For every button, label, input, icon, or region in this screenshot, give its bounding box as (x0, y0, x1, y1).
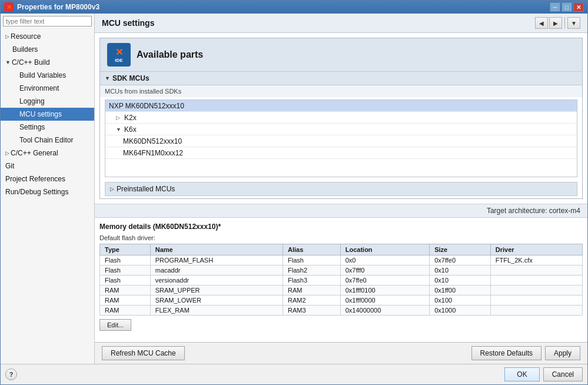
parts-tree: NXP MK60DN512xxx10 ▷ K2x ▼ K6x (105, 99, 577, 177)
parts-tree-row-mk60[interactable]: MK60DN512xxx10 (105, 135, 577, 147)
preinstalled-section: ▷ Preinstalled MCUs (105, 182, 577, 196)
sidebar-item-label: Build Variables (19, 71, 66, 79)
cell-name: macaddr (150, 265, 283, 276)
cell-name: FLEX_RAM (150, 306, 283, 316)
parts-tree-row-k2x[interactable]: ▷ K2x (105, 112, 577, 124)
ok-button[interactable]: OK (504, 367, 539, 381)
cell-location: 0x7ffe0 (340, 276, 429, 286)
nav-back-button[interactable]: ◀ (535, 17, 548, 29)
nav-separator (564, 17, 565, 29)
window-icon: ✕ (4, 2, 14, 12)
cell-size: 0x1000 (430, 306, 491, 316)
nav-buttons: ◀ ▶ ▼ (535, 17, 580, 29)
minimize-button[interactable]: ─ (550, 2, 560, 12)
sidebar-item-ccpp-build[interactable]: ▼ C/C++ Build (1, 56, 94, 69)
tree-area: ▷ Resource Builders ▼ C/C++ Build Build … (1, 29, 94, 364)
memory-details-section: Memory details (MK60DN512xxx10)* Default… (99, 220, 583, 334)
sidebar: ▷ Resource Builders ▼ C/C++ Build Build … (1, 14, 95, 364)
logo-x: ✕ (115, 47, 123, 58)
sidebar-item-label: Git (5, 162, 14, 170)
sidebar-item-run-debug[interactable]: Run/Debug Settings (1, 185, 94, 198)
parts-tree-row-mk64[interactable]: MK64FN1M0xxx12 (105, 147, 577, 159)
sidebar-item-label: C/C++ General (11, 148, 58, 158)
target-arch-label: Target architecture: (487, 207, 547, 215)
panel-body: ✕ IDE Available parts ▼ SDK MCUs MCUs fr… (95, 33, 587, 342)
sidebar-item-ccpp-general[interactable]: ▷ C/C++ General (1, 147, 94, 160)
cell-alias: RAM2 (283, 296, 341, 306)
cell-size: 0x10 (430, 276, 491, 286)
panel-title: MCU settings (102, 18, 154, 28)
sidebar-item-project-references[interactable]: Project References (1, 172, 94, 185)
sdk-section: ▼ SDK MCUs MCUs from installed SDKs NXP … (100, 71, 582, 177)
memory-table: Type Name Alias Location Size Driver Fla… (99, 244, 583, 316)
table-row: RAMSRAM_LOWERRAM20x1fff00000x100 (100, 296, 583, 306)
available-parts-section: ✕ IDE Available parts ▼ SDK MCUs MCUs fr… (99, 38, 583, 199)
edit-button[interactable]: Edit... (99, 319, 131, 331)
cell-location: 0x1fff0000 (340, 296, 429, 306)
nav-dropdown-button[interactable]: ▼ (567, 17, 580, 29)
parts-tree-row-nxp[interactable]: NXP MK60DN512xxx10 (105, 100, 577, 112)
cell-type: RAM (100, 286, 151, 296)
window-title: Properties for MP8000v3 (17, 3, 550, 11)
cell-location: 0x7fff0 (340, 265, 429, 276)
sidebar-item-label: Run/Debug Settings (5, 188, 68, 196)
cell-location: 0x0 (340, 255, 429, 265)
sidebar-item-build-variables[interactable]: Build Variables (1, 69, 94, 82)
sdk-collapse-arrow: ▼ (105, 75, 110, 81)
help-button[interactable]: ? (5, 369, 17, 380)
filter-input[interactable] (3, 16, 92, 26)
cell-size: 0x10 (430, 265, 491, 276)
cell-alias: Flash2 (283, 265, 341, 276)
sidebar-item-label: Resource (11, 31, 41, 42)
sidebar-item-git[interactable]: Git (1, 160, 94, 172)
cell-type: Flash (100, 276, 151, 286)
parts-expand-arrow: ▼ (116, 127, 122, 132)
expand-arrow: ▷ (5, 31, 9, 42)
col-location: Location (340, 244, 429, 255)
cell-alias: Flash (283, 255, 341, 265)
close-button[interactable]: ✕ (573, 2, 584, 12)
cell-size: 0x100 (430, 296, 491, 306)
restore-defaults-button[interactable]: Restore Defaults (471, 346, 542, 360)
sidebar-item-logging[interactable]: Logging (1, 95, 94, 108)
cancel-button[interactable]: Cancel (543, 367, 583, 381)
apply-button[interactable]: Apply (545, 346, 580, 360)
sdk-header[interactable]: ▼ SDK MCUs (100, 71, 582, 85)
bottom-action-bar: Refresh MCU Cache Restore Defaults Apply (95, 342, 587, 364)
table-row: FlashPROGRAM_FLASHFlash0x00x7ffe0FTFL_2K… (100, 255, 583, 265)
body-area: ▷ Resource Builders ▼ C/C++ Build Build … (1, 14, 587, 364)
sidebar-item-label: C/C++ Build (12, 57, 50, 68)
preinstalled-header[interactable]: ▷ Preinstalled MCUs (105, 182, 577, 196)
dialog-bottom-bar: ? OK Cancel (1, 364, 587, 384)
sidebar-item-settings[interactable]: Settings (1, 121, 94, 134)
ok-cancel-group: OK Cancel (504, 367, 583, 381)
refresh-mcu-cache-button[interactable]: Refresh MCU Cache (102, 346, 185, 360)
sidebar-item-builders[interactable]: Builders (1, 43, 94, 56)
col-alias: Alias (283, 244, 341, 255)
cell-driver (490, 265, 582, 276)
cell-alias: RAM3 (283, 306, 341, 316)
cell-driver (490, 306, 582, 316)
cell-size: 0x7ffe0 (430, 255, 491, 265)
ide-logo: ✕ IDE (107, 43, 131, 67)
sidebar-item-label: Settings (19, 123, 45, 131)
sidebar-item-label: MCU settings (19, 110, 62, 118)
sidebar-item-tool-chain-editor[interactable]: Tool Chain Editor (1, 134, 94, 147)
col-driver: Driver (490, 244, 582, 255)
maximize-button[interactable]: □ (562, 2, 572, 12)
titlebar: ✕ Properties for MP8000v3 ─ □ ✕ (1, 1, 587, 14)
cell-type: Flash (100, 255, 151, 265)
sidebar-item-label: Project References (5, 175, 65, 183)
sidebar-item-environment[interactable]: Environment (1, 82, 94, 95)
col-type: Type (100, 244, 151, 255)
table-row: RAMSRAM_UPPERRAM0x1fff01000x1ff00 (100, 286, 583, 296)
logo-ide: IDE (115, 58, 122, 63)
preinstalled-label: Preinstalled MCUs (117, 185, 175, 193)
sidebar-item-mcu-settings[interactable]: MCU settings (1, 108, 94, 121)
table-row: FlashversionaddrFlash30x7ffe00x10 (100, 276, 583, 286)
parts-tree-row-k6x[interactable]: ▼ K6x (105, 124, 577, 135)
sdk-label: SDK MCUs (112, 74, 150, 82)
cell-alias: RAM (283, 286, 341, 296)
sidebar-item-resource[interactable]: ▷ Resource (1, 30, 94, 43)
nav-forward-button[interactable]: ▶ (549, 17, 562, 29)
